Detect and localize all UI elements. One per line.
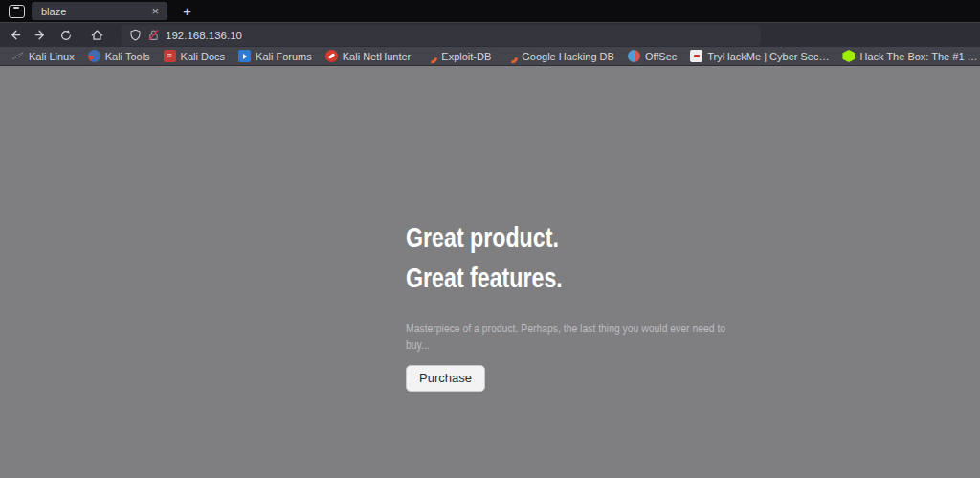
- bookmark-kali-tools[interactable]: Kali Tools: [81, 47, 157, 65]
- back-button[interactable]: [3, 25, 26, 46]
- google-hacking-db-icon: [504, 50, 517, 62]
- tab-title: blaze: [41, 6, 148, 17]
- bookmark-exploit-db[interactable]: Exploit-DB: [417, 47, 498, 65]
- bookmark-kali-nethunter[interactable]: Kali NetHunter: [319, 47, 418, 65]
- page-content: Great product. Great features. Masterpie…: [0, 66, 980, 478]
- forward-button[interactable]: [29, 25, 52, 46]
- navigation-toolbar: 192.168.136.10: [0, 22, 980, 47]
- home-icon: [90, 28, 104, 42]
- shield-icon[interactable]: [129, 29, 142, 41]
- exploit-db-icon: [424, 50, 436, 62]
- browser-window: blaze × + 192.168.136.10 Kali Linux: [0, 0, 980, 478]
- hero-section: Great product. Great features. Masterpie…: [406, 217, 865, 392]
- back-arrow-icon: [8, 28, 22, 42]
- bookmark-hack-the-box[interactable]: Hack The Box: The #1 …: [835, 47, 980, 65]
- purchase-button[interactable]: Purchase: [406, 365, 485, 392]
- kali-forums-icon: [238, 50, 251, 62]
- hack-the-box-icon: [842, 50, 855, 62]
- kali-docs-icon: [164, 50, 176, 62]
- close-tab-icon[interactable]: ×: [148, 5, 162, 17]
- tryhackme-icon: [690, 50, 702, 62]
- bookmarks-bar: Kali Linux Kali Tools Kali Docs Kali For…: [0, 47, 980, 66]
- hero-paragraph: Masterpiece of a product. Perhaps, the l…: [406, 320, 758, 353]
- page-heading-line2: Great features.: [406, 258, 773, 298]
- tab-bar: blaze × +: [0, 0, 980, 22]
- kali-nethunter-icon: [325, 50, 338, 62]
- reload-icon: [59, 29, 73, 42]
- bookmark-tryhackme[interactable]: TryHackMe | Cyber Sec…: [683, 47, 835, 65]
- kali-tools-icon: [88, 50, 100, 62]
- page-heading-line1: Great product.: [406, 217, 773, 258]
- home-button[interactable]: [85, 25, 108, 46]
- tab-blaze[interactable]: blaze ×: [32, 2, 167, 20]
- bookmark-kali-docs[interactable]: Kali Docs: [157, 47, 232, 65]
- bookmark-google-hacking-db[interactable]: Google Hacking DB: [498, 47, 621, 65]
- url-bar[interactable]: 192.168.136.10: [122, 25, 761, 46]
- forward-arrow-icon: [33, 28, 48, 42]
- kali-dragon-icon: [11, 50, 24, 62]
- firefox-view-icon[interactable]: [9, 5, 25, 18]
- bookmark-kali-linux[interactable]: Kali Linux: [5, 47, 81, 65]
- offsec-icon: [628, 50, 640, 62]
- new-tab-button[interactable]: +: [178, 3, 196, 19]
- bookmark-offsec[interactable]: OffSec: [621, 47, 683, 65]
- bookmark-kali-forums[interactable]: Kali Forums: [232, 47, 319, 65]
- url-text: 192.168.136.10: [166, 30, 242, 41]
- insecure-lock-icon[interactable]: [147, 29, 160, 41]
- reload-button[interactable]: [55, 25, 78, 46]
